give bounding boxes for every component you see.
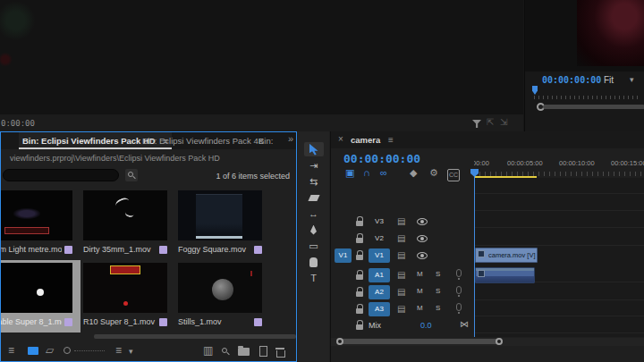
- sync-lock-icon[interactable]: ▤: [397, 286, 405, 299]
- tab-bin-other[interactable]: Bin:: [258, 132, 273, 149]
- lock-icon[interactable]: [356, 287, 363, 297]
- selection-tool[interactable]: [304, 142, 324, 156]
- track-select-forward-tool[interactable]: ⇥: [304, 158, 324, 173]
- program-mini-ruler[interactable]: [534, 90, 641, 99]
- project-horizontal-scrollbar[interactable]: [94, 334, 296, 339]
- mute-button[interactable]: M: [417, 287, 423, 295]
- lock-icon[interactable]: [356, 304, 363, 314]
- label-color-badge[interactable]: [254, 318, 262, 326]
- sort-chevron-icon[interactable]: ▾: [129, 347, 133, 356]
- ripple-edit-tool[interactable]: ⇆: [304, 174, 324, 189]
- slip-tool[interactable]: ↔: [304, 206, 324, 221]
- lock-icon[interactable]: [356, 320, 363, 330]
- label-color-badge[interactable]: [64, 318, 72, 326]
- captions-icon[interactable]: CC: [447, 169, 460, 181]
- voiceover-mic-icon[interactable]: [456, 286, 462, 294]
- track-output-icon[interactable]: [417, 218, 428, 225]
- freeform-view-button[interactable]: ▱: [46, 345, 54, 356]
- clip-thumbnail[interactable]: [83, 263, 167, 313]
- timeline-scrollbar[interactable]: [331, 338, 644, 346]
- lock-icon[interactable]: [356, 216, 363, 226]
- razor-tool[interactable]: [304, 190, 324, 205]
- clip-cell[interactable]: R10 Super 8_1.mov: [80, 260, 175, 333]
- label-color-badge[interactable]: [159, 318, 167, 326]
- lock-icon[interactable]: [356, 270, 363, 280]
- clip-thumbnail[interactable]: [0, 263, 72, 313]
- hand-tool[interactable]: [304, 255, 324, 269]
- timeline-timecode[interactable]: 00:00:00:00: [343, 152, 420, 165]
- nest-toggle-icon[interactable]: ▣: [345, 167, 354, 178]
- rectangle-tool[interactable]: ▭: [304, 239, 324, 253]
- sync-lock-icon[interactable]: ▤: [397, 269, 405, 282]
- scrollbar-handle-right[interactable]: [496, 338, 503, 345]
- funnel-icon[interactable]: [472, 120, 481, 128]
- close-icon[interactable]: ×: [338, 135, 343, 144]
- sort-button[interactable]: ≡: [115, 345, 122, 356]
- new-item-button[interactable]: [259, 346, 267, 357]
- sync-lock-icon[interactable]: ▤: [397, 249, 405, 262]
- scrollbar-handle-left[interactable]: [336, 338, 343, 345]
- mix-gain-value[interactable]: 0.0: [420, 321, 432, 330]
- sync-lock-icon[interactable]: ▤: [397, 232, 405, 245]
- track-target-v3[interactable]: V3: [369, 215, 390, 229]
- lock-icon[interactable]: [356, 233, 363, 243]
- tab-bin-4k[interactable]: Bin: Eclipsi Viewfinders Pack 4K: [142, 132, 264, 149]
- fader-icon[interactable]: ⋈: [460, 319, 469, 329]
- track-target-v1[interactable]: V1: [369, 248, 390, 263]
- source-patch-v1[interactable]: V1: [335, 248, 352, 263]
- solo-button[interactable]: S: [436, 304, 440, 312]
- mute-button[interactable]: M: [417, 270, 423, 278]
- clip-thumbnail[interactable]: [178, 263, 262, 313]
- sync-lock-icon[interactable]: ▤: [397, 215, 405, 228]
- clip-thumbnail[interactable]: [178, 190, 262, 240]
- solo-button[interactable]: S: [436, 287, 440, 295]
- new-bin-button[interactable]: [238, 348, 250, 356]
- sync-lock-icon[interactable]: ▤: [397, 303, 405, 316]
- zoom-slider-handle[interactable]: [64, 347, 71, 354]
- track-target-a3[interactable]: A3: [369, 302, 390, 316]
- scrollbar-track[interactable]: [543, 105, 644, 109]
- add-marker-icon[interactable]: ◆: [410, 167, 417, 178]
- track-output-icon[interactable]: [417, 235, 428, 242]
- voiceover-mic-icon[interactable]: [456, 269, 462, 277]
- timeline-ruler[interactable]: :00:00 00:00:05:00 00:00:10:00 00:00:15:…: [474, 155, 644, 176]
- solo-button[interactable]: S: [436, 270, 440, 278]
- type-tool[interactable]: T: [304, 271, 324, 285]
- clip-thumbnail[interactable]: [83, 190, 167, 240]
- track-target-a1[interactable]: A1: [369, 268, 390, 282]
- source-patch-slot[interactable]: [335, 232, 352, 246]
- label-color-badge[interactable]: [254, 246, 262, 254]
- list-view-button[interactable]: ≡: [8, 345, 14, 356]
- source-patch-slot[interactable]: [335, 215, 352, 229]
- snap-icon[interactable]: ∩: [363, 167, 370, 178]
- clip-cell[interactable]: Stills_1.mov: [175, 260, 270, 333]
- search-button[interactable]: [125, 169, 138, 181]
- tab-overflow-icon[interactable]: »: [288, 133, 293, 144]
- tab-sequence-camera[interactable]: camera: [351, 135, 380, 145]
- lock-icon[interactable]: [356, 250, 363, 260]
- scrollbar-thumb[interactable]: [338, 339, 499, 344]
- clip-thumbnail[interactable]: [0, 190, 72, 240]
- label-color-badge[interactable]: [159, 246, 167, 254]
- panel-menu-icon[interactable]: ≡: [388, 135, 394, 145]
- linked-selection-icon[interactable]: ∞: [380, 167, 387, 178]
- mute-button[interactable]: M: [417, 304, 423, 312]
- delete-button[interactable]: [275, 346, 284, 357]
- zoom-slider-track[interactable]: [74, 350, 105, 351]
- track-target-a2[interactable]: A2: [369, 285, 390, 299]
- track-output-icon[interactable]: [417, 252, 428, 259]
- grid-view-button[interactable]: [28, 347, 38, 355]
- lift-icon[interactable]: ⇱: [487, 117, 494, 127]
- search-input[interactable]: [3, 169, 119, 181]
- clip-cell[interactable]: Dirty 35mm_1.mov: [80, 188, 175, 260]
- timeline-audio-clip[interactable]: [475, 267, 535, 283]
- settings-wrench-icon[interactable]: ⚙: [429, 167, 438, 178]
- pen-tool[interactable]: [304, 223, 324, 237]
- timeline-video-clip[interactable]: camera.mov [V]: [475, 248, 538, 263]
- clip-cell[interactable]: 5mm Light metre.mov: [0, 188, 80, 260]
- label-color-badge[interactable]: [64, 246, 72, 254]
- find-button[interactable]: [222, 348, 227, 353]
- extract-icon[interactable]: ⇲: [500, 117, 507, 127]
- track-target-v2[interactable]: V2: [369, 232, 390, 246]
- voiceover-mic-icon[interactable]: [456, 303, 462, 311]
